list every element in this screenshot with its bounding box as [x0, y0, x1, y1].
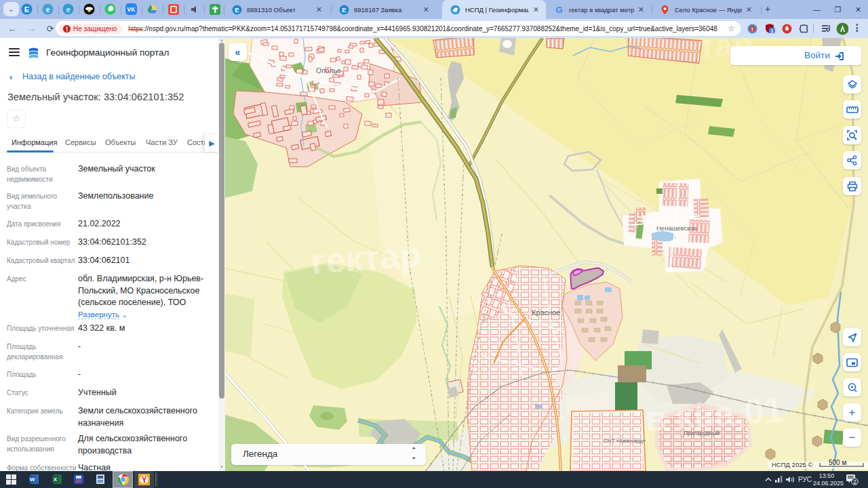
svg-text:VK: VK — [127, 6, 136, 13]
svg-text:E: E — [342, 6, 346, 14]
svg-text:1: 1 — [771, 28, 774, 33]
svg-text:E: E — [24, 5, 29, 14]
svg-text:Ополье: Ополье — [316, 66, 341, 75]
svg-text:2: 2 — [853, 479, 856, 485]
svg-text:e: e — [45, 5, 50, 14]
svg-text:G: G — [555, 5, 562, 15]
svg-text:Красное: Красное — [532, 308, 560, 317]
svg-text:E: E — [235, 6, 239, 14]
svg-text:гектар: гектар — [310, 235, 422, 281]
svg-text:e: e — [66, 5, 70, 14]
svg-text:Ненашевское: Ненашевское — [656, 224, 697, 232]
svg-text:T: T — [751, 26, 754, 31]
svg-text:СНТ «Авангард»: СНТ «Авангард» — [604, 438, 646, 444]
